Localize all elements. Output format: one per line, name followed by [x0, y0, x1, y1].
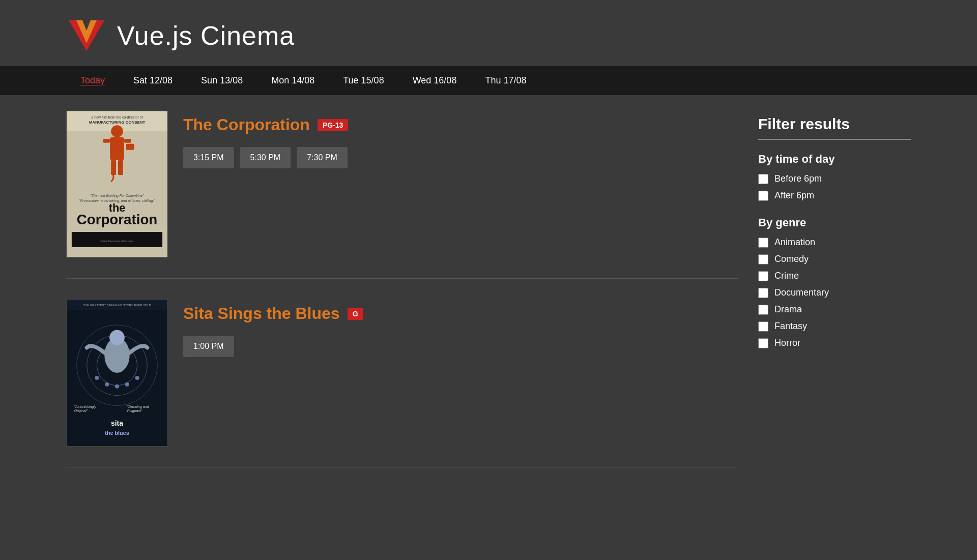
- svg-rect-8: [103, 139, 110, 143]
- svg-point-28: [105, 382, 109, 387]
- movie-title-sita: Sita Sings the Blues: [183, 304, 340, 323]
- svg-point-27: [95, 376, 99, 380]
- filter-option-documentary[interactable]: Documentary: [758, 287, 911, 298]
- nav-item-wed[interactable]: Wed 16/08: [398, 66, 471, 95]
- label-animation: Animation: [774, 237, 815, 248]
- nav-item-tue[interactable]: Tue 15/08: [329, 66, 398, 95]
- svg-point-6: [111, 125, 123, 137]
- showtime-button-730pm[interactable]: 7:30 PM: [297, 147, 348, 168]
- svg-text:"Dazzling and: "Dazzling and: [127, 405, 150, 409]
- movie-card-corporation: a new film from the co-director of MANUF…: [66, 110, 738, 279]
- svg-text:"The next Bowling For Columbin: "The next Bowling For Columbine": [90, 194, 144, 198]
- filter-option-after6pm[interactable]: After 6pm: [758, 190, 911, 201]
- movie-poster-corporation: a new film from the co-director of MANUF…: [66, 110, 168, 258]
- checkbox-animation[interactable]: [758, 238, 768, 248]
- svg-text:Corporation: Corporation: [77, 212, 158, 227]
- svg-rect-12: [126, 144, 134, 150]
- checkbox-crime[interactable]: [758, 271, 768, 281]
- vue-logo-icon: [66, 15, 107, 56]
- filter-option-comedy[interactable]: Comedy: [758, 254, 911, 264]
- movie-title-corporation: The Corporation: [183, 115, 310, 134]
- filter-option-horror[interactable]: Horror: [758, 338, 911, 348]
- movie-title-row-sita: Sita Sings the Blues G: [183, 304, 738, 323]
- showtime-button-315pm[interactable]: 3:15 PM: [183, 147, 234, 168]
- filter-option-animation[interactable]: Animation: [758, 237, 911, 248]
- checkbox-before6pm[interactable]: [758, 174, 768, 184]
- checkbox-documentary[interactable]: [758, 288, 768, 298]
- label-documentary: Documentary: [774, 287, 829, 298]
- svg-text:THE GREATEST BREAK-UP STORY EV: THE GREATEST BREAK-UP STORY EVER TOLD: [83, 304, 151, 307]
- svg-text:MANUFACTURING CONSENT: MANUFACTURING CONSENT: [89, 120, 146, 125]
- site-title: Vue.js Cinema: [117, 20, 295, 51]
- nav-item-thu[interactable]: Thu 17/08: [471, 66, 540, 95]
- checkbox-horror[interactable]: [758, 338, 768, 348]
- movie-poster-sita: THE GREATEST BREAK-UP STORY EVER TOLD: [66, 299, 168, 447]
- svg-text:Original": Original": [74, 409, 88, 413]
- filter-genre-label: By genre: [758, 216, 911, 229]
- filter-time-label: By time of day: [758, 153, 911, 166]
- main-content: a new film from the co-director of MANUF…: [0, 95, 977, 503]
- svg-text:sita: sita: [111, 419, 123, 427]
- filter-option-crime[interactable]: Crime: [758, 271, 911, 281]
- nav-bar: Today Sat 12/08 Sun 13/08 Mon 14/08 Tue …: [0, 66, 977, 95]
- checkbox-drama[interactable]: [758, 305, 768, 315]
- checkbox-after6pm[interactable]: [758, 191, 768, 201]
- nav-item-sat[interactable]: Sat 12/08: [119, 66, 187, 95]
- filter-option-before6pm[interactable]: Before 6pm: [758, 173, 911, 184]
- header: Vue.js Cinema: [0, 0, 977, 66]
- nav-item-today[interactable]: Today: [66, 66, 119, 95]
- svg-point-26: [109, 330, 125, 345]
- svg-rect-11: [118, 160, 123, 175]
- svg-point-29: [115, 385, 119, 389]
- movie-info-corporation: The Corporation PG-13 3:15 PM 5:30 PM 7:…: [183, 110, 738, 258]
- label-horror: Horror: [774, 338, 800, 348]
- label-comedy: Comedy: [774, 254, 809, 264]
- svg-point-30: [125, 382, 129, 387]
- rating-badge-corporation: PG-13: [318, 119, 348, 131]
- label-drama: Drama: [774, 304, 802, 315]
- showtimes-corporation: 3:15 PM 5:30 PM 7:30 PM: [183, 147, 738, 168]
- svg-point-31: [135, 376, 139, 380]
- svg-rect-9: [124, 139, 131, 143]
- filter-title: Filter results: [758, 115, 911, 140]
- svg-rect-10: [111, 160, 116, 175]
- logo-container: Vue.js Cinema: [66, 15, 295, 56]
- nav-item-mon[interactable]: Mon 14/08: [257, 66, 329, 95]
- label-after6pm: After 6pm: [774, 190, 814, 201]
- svg-text:the blues: the blues: [105, 430, 129, 436]
- movie-title-row-corporation: The Corporation PG-13: [183, 115, 738, 134]
- rating-badge-sita: G: [348, 308, 363, 320]
- checkbox-fantasy[interactable]: [758, 321, 768, 332]
- svg-text:Poignant": Poignant": [127, 409, 142, 413]
- movie-card-sita: THE GREATEST BREAK-UP STORY EVER TOLD: [66, 299, 738, 467]
- showtime-button-530pm[interactable]: 5:30 PM: [240, 147, 291, 168]
- label-before6pm: Before 6pm: [774, 173, 822, 184]
- svg-rect-7: [110, 137, 124, 160]
- label-fantasy: Fantasy: [774, 321, 807, 332]
- movie-info-sita: Sita Sings the Blues G 1:00 PM: [183, 299, 738, 447]
- filter-sidebar: Filter results By time of day Before 6pm…: [758, 110, 911, 488]
- filter-section-time: By time of day Before 6pm After 6pm: [758, 153, 911, 201]
- svg-text:www.thecorporation.com: www.thecorporation.com: [100, 240, 133, 243]
- showtime-button-100pm[interactable]: 1:00 PM: [183, 336, 234, 357]
- svg-text:a new film from the co-directo: a new film from the co-director of: [92, 115, 143, 119]
- nav-item-sun[interactable]: Sun 13/08: [187, 66, 257, 95]
- checkbox-comedy[interactable]: [758, 254, 768, 264]
- showtimes-sita: 1:00 PM: [183, 336, 738, 357]
- label-crime: Crime: [774, 271, 799, 281]
- movies-list: a new film from the co-director of MANUF…: [66, 110, 738, 488]
- svg-text:"Astonishingly: "Astonishingly: [74, 405, 97, 409]
- filter-section-genre: By genre Animation Comedy Crime Document…: [758, 216, 911, 348]
- filter-option-drama[interactable]: Drama: [758, 304, 911, 315]
- filter-option-fantasy[interactable]: Fantasy: [758, 321, 911, 332]
